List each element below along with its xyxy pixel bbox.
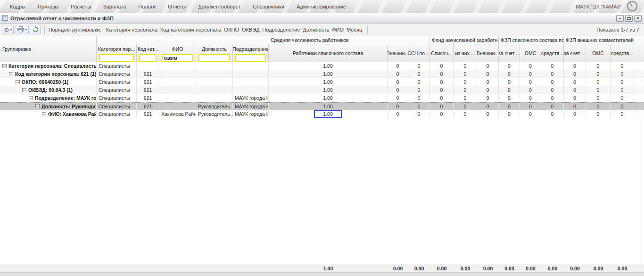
menu-item[interactable]: Справочники — [247, 4, 291, 9]
column-header-fzp_list_funds[interactable]: средств... — [541, 44, 564, 62]
cell-position — [196, 70, 233, 78]
header-gutter — [634, 36, 644, 62]
group-row-label: Категория персонала: Специалисты (1) — [8, 62, 96, 70]
minimize-icon[interactable] — [616, 15, 624, 22]
table-row[interactable]: ОКВЭД: 90.04.3 (1)Специалисты6211.000000… — [0, 86, 644, 94]
focused-cell[interactable]: 1.00 — [314, 110, 341, 118]
cell-fzp_list_funds: 0 — [541, 62, 564, 70]
tree-collapse-icon[interactable] — [22, 88, 26, 92]
menu-item[interactable]: Зарплата — [97, 4, 132, 9]
cell-fzp_list_budget: 0 — [499, 86, 520, 94]
grouping-field[interactable]: Категория персонала — [105, 27, 159, 32]
grouping-field[interactable]: ОКВЭД — [240, 27, 261, 32]
grouping-field[interactable]: ФИО — [330, 27, 345, 32]
grouping-order-label: Порядок группировки: — [49, 27, 101, 32]
column-header-workers_list[interactable]: Работники списочного состава — [269, 44, 388, 62]
column-header-fund_list[interactable]: Списоч... — [430, 44, 454, 62]
close-icon[interactable] — [634, 15, 642, 22]
filter-input-code[interactable] — [139, 54, 157, 62]
cell-position — [196, 94, 233, 102]
column-header-grouping[interactable]: Группировка — [0, 36, 97, 62]
clock-icon[interactable] — [626, 0, 638, 13]
cell-fzp_ext_funds: 0 — [611, 62, 634, 70]
grid-body: Категория персонала: Специалисты (1)Спец… — [0, 62, 644, 264]
cell-fzp_ext_oms: 0 — [586, 70, 611, 78]
menu-item[interactable]: Кадры — [4, 4, 32, 9]
menu-item[interactable]: Налоги — [132, 4, 162, 9]
cell-code: 621 — [137, 110, 159, 118]
column-header-category[interactable]: Категория пер... — [97, 44, 137, 54]
column-header-fzp_list_budget[interactable]: за счет ... — [499, 44, 520, 62]
tree-collapse-icon[interactable] — [42, 112, 46, 116]
column-header-fzp_list_oms[interactable]: ОМС — [520, 44, 541, 62]
cell-fzp_list_funds: 0 — [541, 70, 564, 78]
table-row[interactable]: ОКПО: 66640250 (1)Специалисты6211.000000… — [0, 78, 644, 86]
window-controls — [616, 15, 642, 22]
cell-workers_list: 1.00 — [269, 94, 388, 102]
tree-collapse-icon[interactable] — [2, 64, 7, 68]
column-header-ssch[interactable]: ССЧ по ... — [408, 44, 430, 62]
filter-input-position[interactable] — [198, 54, 230, 62]
filter-input-category[interactable] — [99, 54, 134, 62]
group-header: ФЗП внешних совместителей — [564, 36, 634, 44]
column-header-fund_external[interactable]: Внешни... — [477, 44, 499, 62]
menu-bar: КадрыПриказыРасчетыЗарплатаНалогиОтчетыД… — [0, 0, 644, 13]
column-header-fio[interactable]: ФИО — [159, 44, 196, 54]
menu-item[interactable]: Документооборот — [192, 4, 247, 9]
cell-fzp_ext_budget: 0 — [564, 62, 586, 70]
menu-item[interactable]: Отчеты — [162, 4, 192, 9]
column-header-code[interactable]: Код кат... — [137, 44, 159, 54]
grouping-field[interactable]: ОКПО — [223, 27, 240, 32]
cell-fzp_ext_budget: 0 — [564, 110, 586, 118]
cell-category: Специалисты — [97, 62, 137, 70]
cell-fund_ofthem: 0 — [454, 70, 477, 78]
table-row[interactable]: Подразделение: МАУК горо...Специалисты62… — [0, 94, 644, 102]
tree-collapse-icon[interactable] — [9, 72, 13, 76]
grouping-field[interactable]: Должность — [302, 27, 331, 32]
print-button[interactable]: ▾ — [16, 25, 29, 34]
summary-cell: 1.00 — [269, 266, 388, 271]
cell-workers_list: 1.00 — [269, 86, 388, 94]
cell-fzp_list_budget: 0 — [499, 103, 520, 110]
cell-fund_ofthem: 0 — [454, 103, 477, 110]
cell-fund_external: 0 — [477, 94, 499, 102]
grouping-field[interactable]: Месяц — [345, 27, 363, 32]
filter-input-fio[interactable] — [162, 54, 193, 62]
cell-external_avg: 0 — [388, 78, 408, 86]
column-header-position[interactable]: Должность — [196, 44, 233, 54]
cell-ssch: 0 — [408, 110, 430, 118]
table-row[interactable]: Код категории персонала: 621 (1)Специали… — [0, 70, 644, 78]
cell-fund_ofthem: 0 — [454, 62, 477, 70]
cell-fzp_ext_funds: 0 — [611, 94, 634, 102]
table-row[interactable]: Должность: Руководите...Специалисты621Ру… — [0, 102, 644, 110]
toolbar-separator — [44, 25, 45, 34]
tree-collapse-icon[interactable] — [35, 104, 40, 108]
cell-category: Специалисты — [97, 70, 137, 78]
column-header-external_avg[interactable]: Внешни... — [388, 44, 408, 62]
column-header-fzp_ext_oms[interactable]: ОМС — [586, 44, 611, 62]
export-settings-button[interactable]: ⚙ ▾ — [2, 25, 14, 34]
column-header-fund_ofthem[interactable]: из них ... — [454, 44, 477, 62]
column-header-fzp_ext_budget[interactable]: за счет ... — [564, 44, 586, 62]
cell-fzp_list_funds: 0 — [541, 110, 564, 118]
grouping-field[interactable]: Подразделение — [261, 27, 301, 32]
menu-item[interactable]: Администрирование — [290, 4, 352, 9]
grouping-field[interactable]: Код категории персонала — [159, 27, 223, 32]
restore-icon[interactable] — [625, 15, 633, 22]
cell-fzp_list_budget: 0 — [499, 70, 520, 78]
column-header-department[interactable]: Подразделение — [233, 44, 269, 54]
tree-collapse-icon[interactable] — [29, 96, 33, 100]
refresh-button[interactable] — [31, 25, 41, 34]
tree-collapse-icon[interactable] — [16, 80, 20, 84]
menu-item[interactable]: Расчеты — [65, 4, 97, 9]
cell-fio — [159, 86, 196, 94]
table-row[interactable]: Категория персонала: Специалисты (1)Спец… — [0, 62, 644, 70]
cell-department: МАУК города Н... — [233, 94, 269, 102]
cell-workers_list: 1.00 — [269, 70, 388, 78]
menu-item[interactable]: Приказы — [32, 4, 65, 9]
filter-input-department[interactable] — [235, 54, 266, 62]
cell-fzp_ext_oms: 0 — [586, 110, 611, 118]
column-header-fzp_ext_funds[interactable]: средств... — [611, 44, 634, 62]
grid-header: ГруппировкаКатегория пер...Код кат...ФИО… — [0, 36, 644, 62]
table-row[interactable]: ФИО: Хакимова Рай...Специалисты621Хакимо… — [0, 110, 644, 118]
